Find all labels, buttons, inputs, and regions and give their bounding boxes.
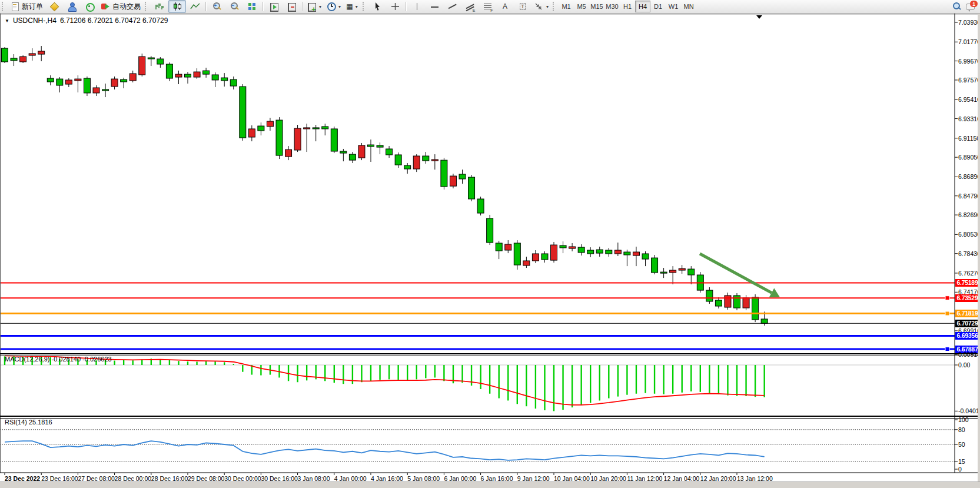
rsi-axis-label: 100 <box>958 416 969 423</box>
rsi-line <box>5 441 765 460</box>
horizontal-line-button[interactable] <box>426 0 443 13</box>
horizontal-line-icon <box>430 2 440 11</box>
candle-body <box>688 269 695 275</box>
candle-body <box>313 128 319 129</box>
toolbar-grip[interactable] <box>363 2 367 11</box>
chat-icon[interactable]: 1 <box>965 2 975 11</box>
candle-body <box>258 126 264 131</box>
add-indicator-icon: ＋ <box>307 2 317 11</box>
candle-body <box>203 71 210 74</box>
search-icon[interactable] <box>952 2 962 11</box>
signals-button[interactable] <box>81 0 98 13</box>
timeframe-button-M30[interactable]: M30 <box>604 1 620 12</box>
candle-body <box>121 79 127 82</box>
clock-icon <box>326 2 336 11</box>
timeframe-button-W1[interactable]: W1 <box>666 1 681 12</box>
shift-marker-icon[interactable] <box>756 15 762 19</box>
macd-axis-label: 0.009142 <box>958 351 980 358</box>
timeframe-button-M15[interactable]: M15 <box>589 1 604 12</box>
toolbar-grip[interactable] <box>553 2 557 11</box>
ohlc-values: 6.71206 6.72021 6.70472 6.70729 <box>60 16 168 25</box>
chevron-down-icon: ▾ <box>319 4 321 9</box>
price-tick-label: 6.97570 <box>958 77 980 84</box>
profile-button[interactable] <box>63 0 81 13</box>
price-tick-label: 6.95410 <box>958 96 980 103</box>
candle-body <box>652 258 658 273</box>
tile-windows-button[interactable] <box>243 0 261 13</box>
macd-indicator-label: MACD(12,26,9) -0.028140 -0.026623 <box>5 356 112 363</box>
line-handle[interactable] <box>945 296 949 300</box>
timeframe-button-H4[interactable]: H4 <box>635 1 650 12</box>
periods-button[interactable]: ▾ <box>324 0 343 13</box>
candle-body <box>166 64 172 78</box>
candle-body <box>175 74 182 77</box>
vertical-line-button[interactable] <box>408 0 426 13</box>
candle-body <box>725 296 731 307</box>
timeframe-button-H1[interactable]: H1 <box>620 1 635 12</box>
autotrade-icon <box>101 2 111 11</box>
candle-body <box>423 156 429 161</box>
highlight-button[interactable] <box>45 0 63 13</box>
timeframe-button-M5[interactable]: M5 <box>574 1 589 12</box>
price-tick-label: 7.03930 <box>958 19 980 26</box>
candle-body <box>469 177 475 199</box>
zoom-out-button[interactable]: − <box>225 0 243 13</box>
auto-scroll-button[interactable] <box>265 0 283 13</box>
candle-body <box>487 218 493 243</box>
candle-body <box>587 250 594 254</box>
price-tick-label: 7.01770 <box>958 38 980 45</box>
toolbar-grip[interactable] <box>2 2 6 11</box>
candle-body <box>358 145 365 158</box>
candle-body <box>139 57 145 75</box>
fibonacci-button[interactable]: F <box>479 0 496 13</box>
candle-body <box>614 250 621 254</box>
symbol-dropdown-icon[interactable]: ▼ <box>5 18 9 24</box>
timeframe-button-D1[interactable]: D1 <box>650 1 666 12</box>
chart-window: ▼ USDCNH-,H4 6.71206 6.72021 6.70472 6.7… <box>0 14 980 488</box>
candlestick-icon <box>172 2 182 11</box>
macd-axis-label: -0.040162 <box>958 407 980 414</box>
indicators-button[interactable]: ＋ ▾ <box>304 0 324 13</box>
tile-windows-icon <box>247 2 257 11</box>
price-line-badge-6.75189: 6.75189 <box>955 279 979 287</box>
rsi-axis-label: 50 <box>958 441 965 448</box>
text-button[interactable]: A <box>496 0 514 13</box>
chart-canvas[interactable] <box>0 14 980 488</box>
timeframe-button-MN[interactable]: MN <box>681 1 696 12</box>
candlestick-button[interactable] <box>168 0 186 13</box>
line-handle[interactable] <box>945 311 949 316</box>
timeframe-button-M1[interactable]: M1 <box>559 1 574 12</box>
candle-body <box>11 58 17 61</box>
price-line-badge-6.69356: 6.69356 <box>955 332 979 340</box>
candle-body <box>496 243 502 251</box>
candle-body <box>57 79 63 85</box>
mt4-window: 新订单 自动交易 <box>0 0 980 488</box>
line-chart-button[interactable] <box>186 0 204 13</box>
price-tick-label: 6.99670 <box>958 58 980 65</box>
line-handle[interactable] <box>945 347 949 351</box>
candle-body <box>75 79 81 81</box>
channel-button[interactable]: E <box>461 0 479 13</box>
trend-arrow[interactable] <box>700 254 772 293</box>
candle-body <box>505 244 511 250</box>
bar-chart-button[interactable] <box>151 0 168 13</box>
timeframe-toolbar: M1M5M15M30H1H4D1W1MN <box>559 1 696 12</box>
autotrade-button[interactable]: 自动交易 <box>98 0 143 13</box>
candle-body <box>431 160 438 161</box>
arrows-button[interactable]: ▾ <box>531 0 551 13</box>
candle-body <box>304 128 310 129</box>
text-label-button[interactable]: T <box>514 0 531 13</box>
chart-shift-button[interactable] <box>283 0 300 13</box>
zoom-in-button[interactable]: + <box>208 0 225 13</box>
trendline-button[interactable] <box>443 0 461 13</box>
candle-body <box>331 129 337 151</box>
new-order-button[interactable]: 新订单 <box>8 0 45 13</box>
trendline-icon <box>447 2 457 11</box>
crosshair-button[interactable] <box>386 0 404 13</box>
candle-body <box>377 145 383 147</box>
toolbar-grip[interactable] <box>145 2 149 11</box>
candle-body <box>560 245 566 248</box>
templates-button[interactable]: ▦ ▾ <box>343 0 361 13</box>
candle-body <box>185 74 191 77</box>
cursor-button[interactable] <box>368 0 386 13</box>
